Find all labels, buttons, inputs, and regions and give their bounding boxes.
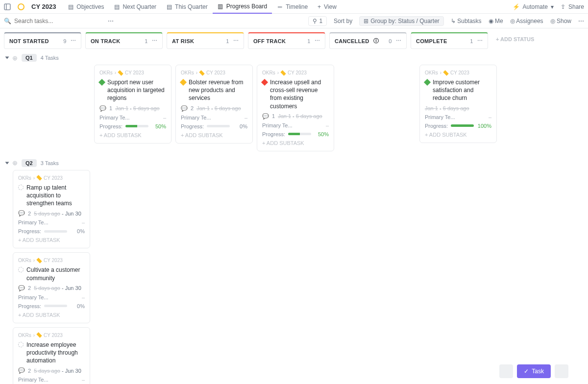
tab-add-view[interactable]: +View	[313, 0, 342, 13]
filter-pill[interactable]: ⚲1	[308, 16, 327, 26]
tab-next-quarter[interactable]: ▤Next Quarter	[109, 0, 161, 13]
more-icon[interactable]: ⋯	[477, 38, 483, 44]
lane-label: ON TRACK	[91, 38, 120, 44]
card-title: Ramp up talent acquisition to strengthen…	[18, 184, 85, 208]
plus-icon[interactable]: ⊕	[12, 54, 18, 62]
lane-count: 1	[470, 38, 473, 44]
tab-objectives[interactable]: ▤Objectives	[63, 0, 109, 13]
group-by-button[interactable]: ⊞Group by: Status / Quarter	[359, 16, 444, 26]
add-subtask-button[interactable]: + ADD SUBTASK	[99, 132, 166, 138]
col-cancelled	[338, 65, 416, 151]
task-card[interactable]: OKRs›CY 2023 Increase upsell and cross-s…	[257, 65, 334, 151]
section-header[interactable]: ⊕ Q1 4 Tasks	[4, 54, 584, 62]
card-title: Increase employee productivity through a…	[18, 341, 85, 365]
more-icon[interactable]: ⋯	[233, 38, 239, 44]
comment-icon[interactable]: 💬	[99, 105, 106, 112]
share-button[interactable]: ⇪Share	[561, 3, 584, 10]
section-q1: ⊕ Q1 4 Tasks OKRs›CY 2023 Support new us…	[4, 54, 584, 151]
progress-row: Progress:100%	[425, 123, 491, 129]
comment-icon[interactable]: 💬	[18, 367, 25, 374]
lane-label: NOT STARTED	[9, 38, 49, 44]
card-meta: 💬2Jan 1 - 6 days ago	[181, 105, 247, 112]
bolt-icon: ⚡	[513, 3, 520, 10]
lane-on-track[interactable]: ON TRACK1⋯	[85, 32, 163, 49]
add-subtask-button[interactable]: + ADD SUBTASK	[18, 237, 85, 243]
task-card[interactable]: OKRs›CY 2023 Ramp up talent acquisition …	[13, 170, 90, 249]
more-icon[interactable]: ⋯	[315, 38, 320, 44]
subtasks-button[interactable]: ↳ Subtasks	[451, 18, 482, 24]
timeline-icon: ═	[277, 4, 283, 10]
col-on-track: OKRs›CY 2023 Support new user acquisitio…	[94, 65, 172, 151]
diamond-icon	[36, 333, 42, 338]
section-meta: 4 Tasks	[41, 55, 59, 61]
lane-label: CANCELLED	[335, 38, 369, 44]
more-icon[interactable]: ⋯	[71, 38, 76, 44]
comment-icon[interactable]: 💬	[18, 210, 25, 216]
chevron-down-icon[interactable]	[5, 162, 9, 164]
search-input[interactable]	[14, 18, 83, 24]
assignees-button[interactable]: ◎ Assignees	[510, 18, 543, 24]
svg-rect-0	[4, 4, 10, 10]
plus-icon[interactable]: ⊕	[12, 159, 18, 167]
progress-row: Progress:50%	[262, 131, 329, 137]
add-subtask-button[interactable]: + ADD SUBTASK	[18, 312, 85, 318]
more-icon[interactable]: ⋯	[396, 38, 401, 44]
lane-not-started[interactable]: NOT STARTED9⋯	[4, 32, 81, 49]
task-card[interactable]: OKRs›CY 2023 Improve customer satisfacti…	[419, 65, 497, 143]
fab-note-button[interactable]	[499, 364, 513, 378]
col-not-started: OKRs›CY 2023 Ramp up talent acquisition …	[13, 170, 90, 384]
section-header[interactable]: ⊕ Q2 3 Tasks	[4, 159, 584, 167]
add-subtask-button[interactable]: + ADD SUBTASK	[181, 132, 247, 138]
tab-this-quarter[interactable]: ▤This Quarter	[161, 0, 213, 13]
chevron-down-icon[interactable]	[5, 57, 9, 59]
tab-progress-board[interactable]: ▥Progress Board	[213, 0, 272, 14]
info-icon: ⓘ	[373, 37, 379, 45]
section-row: OKRs›CY 2023 Support new user acquisitio…	[4, 65, 584, 151]
tab-timeline[interactable]: ═Timeline	[272, 0, 313, 13]
card-title: Increase upsell and cross-sell revenue f…	[262, 78, 329, 110]
lane-count: 9	[63, 38, 66, 44]
more-icon[interactable]: ⋯	[108, 18, 114, 24]
breadcrumb: OKRs›CY 2023	[18, 175, 85, 181]
lane-cancelled[interactable]: CANCELLEDⓘ0⋯	[329, 32, 407, 49]
add-subtask-button[interactable]: + ADD SUBTASK	[262, 140, 329, 146]
comment-icon[interactable]: 💬	[18, 285, 25, 291]
card-meta: 💬1Jan 1 - 6 days ago	[99, 105, 166, 112]
comment-icon[interactable]: 💬	[262, 113, 269, 120]
status-diamond-icon	[261, 79, 268, 86]
task-card[interactable]: OKRs›CY 2023 Bolster revenue from new pr…	[175, 65, 253, 144]
toolbar-right: ⚲1 Sort by ⊞Group by: Status / Quarter ↳…	[308, 16, 584, 26]
sort-by-button[interactable]: Sort by	[334, 18, 352, 24]
workspace-title[interactable]: CY 2023	[31, 3, 56, 10]
card-meta: 💬1Jan 1 - 6 days ago	[262, 113, 329, 120]
search-wrap: 🔍	[4, 18, 102, 24]
lane-complete[interactable]: COMPLETE1⋯	[411, 32, 488, 49]
me-button[interactable]: ◉ Me	[489, 18, 503, 24]
more-icon[interactable]: ⋯	[578, 18, 584, 24]
comment-icon[interactable]: 💬	[181, 105, 188, 112]
lane-off-track[interactable]: OFF TRACK1⋯	[248, 32, 325, 49]
fab-apps-button[interactable]	[555, 364, 568, 378]
col-at-risk: OKRs›CY 2023 Bolster revenue from new pr…	[175, 65, 253, 151]
show-button[interactable]: ◎ Show	[550, 18, 571, 24]
status-circle-icon	[18, 342, 24, 347]
more-icon[interactable]: ⋯	[152, 38, 157, 44]
lane-at-risk[interactable]: AT RISK1⋯	[167, 32, 244, 49]
task-card[interactable]: OKRs›CY 2023 Cultivate a customer commun…	[13, 252, 90, 323]
add-subtask-button[interactable]: + ADD SUBTASK	[425, 132, 491, 138]
task-card[interactable]: OKRs›CY 2023 Support new user acquisitio…	[94, 65, 172, 144]
add-status-button[interactable]: + ADD STATUS	[492, 32, 561, 49]
section-q2: ⊕ Q2 3 Tasks OKRs›CY 2023 Ramp up talent…	[4, 159, 584, 384]
list-icon: ▤	[114, 4, 120, 10]
fab-task-button[interactable]: ✓Task	[517, 364, 551, 378]
section-row: OKRs›CY 2023 Ramp up talent acquisition …	[4, 170, 584, 384]
status-circle-icon	[18, 185, 24, 190]
task-card[interactable]: OKRs›CY 2023 Increase employee productiv…	[13, 327, 90, 384]
progress-row: Progress:50%	[99, 123, 166, 129]
team-field: Primary Te...–	[99, 115, 166, 120]
lane-count: 0	[389, 38, 392, 44]
status-diamond-icon	[424, 79, 431, 86]
col-complete: OKRs›CY 2023 Improve customer satisfacti…	[419, 65, 497, 151]
sidebar-toggle-icon[interactable]	[4, 3, 11, 10]
automate-button[interactable]: ⚡Automate▾	[513, 3, 554, 10]
